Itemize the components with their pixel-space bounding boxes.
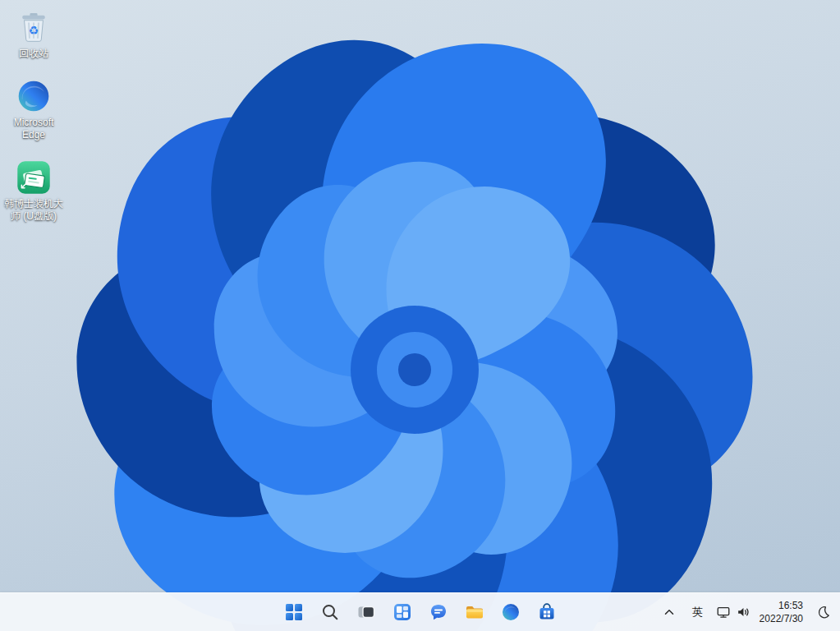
clock[interactable]: 16:53 2022/7/30: [755, 596, 808, 628]
start-button[interactable]: [278, 596, 310, 629]
widgets-button[interactable]: [386, 596, 419, 629]
clock-date: 2022/7/30: [760, 612, 803, 625]
desktop-icon-recycle-bin[interactable]: ♻ 回收站: [2, 7, 66, 62]
edge-icon: [16, 78, 52, 114]
desktop: ♻ 回收站: [0, 0, 840, 631]
system-tray: 英: [655, 593, 837, 631]
file-explorer-button[interactable]: [458, 596, 491, 629]
task-view-button[interactable]: [350, 596, 383, 629]
store-icon: [537, 602, 557, 622]
desktop-icon-label: 回收站: [19, 48, 48, 60]
taskbar: 英: [0, 592, 840, 631]
chat-button[interactable]: [422, 596, 455, 629]
store-button[interactable]: [530, 596, 563, 629]
clock-time: 16:53: [760, 599, 803, 612]
desktop-icon-label: Microsoft Edge: [2, 117, 65, 141]
desktop-icon-label: 韩博士装机大师 (U盘版): [2, 198, 65, 223]
recycle-bin-icon: ♻: [16, 9, 52, 45]
desktop-icon-hanboshi[interactable]: 韩博士装机大师 (U盘版): [2, 157, 66, 225]
desktop-icon-microsoft-edge[interactable]: Microsoft Edge: [2, 76, 66, 144]
ime-label: 英: [692, 605, 703, 619]
network-volume-button[interactable]: [713, 596, 754, 628]
taskbar-center: [278, 593, 563, 631]
moon-icon: [815, 605, 830, 619]
hanboshi-icon: [16, 159, 52, 196]
search-icon: [320, 602, 340, 622]
notification-center-button[interactable]: [809, 596, 837, 628]
search-button[interactable]: [314, 596, 347, 629]
task-view-icon: [356, 602, 376, 622]
widgets-icon: [392, 602, 412, 622]
chat-icon: [429, 602, 448, 622]
edge-icon: [501, 602, 521, 622]
start-icon: [284, 602, 304, 622]
wallpaper-bloom: [0, 0, 840, 631]
edge-button[interactable]: [494, 596, 527, 629]
chevron-up-icon: [662, 605, 677, 619]
network-icon: [716, 605, 731, 619]
desktop-icon-list: ♻ 回收站: [2, 7, 66, 225]
ime-indicator[interactable]: 英: [684, 596, 712, 628]
file-explorer-icon: [465, 602, 484, 622]
tray-overflow-button[interactable]: [655, 596, 683, 628]
volume-icon: [736, 605, 750, 619]
svg-text:♻: ♻: [29, 25, 39, 37]
